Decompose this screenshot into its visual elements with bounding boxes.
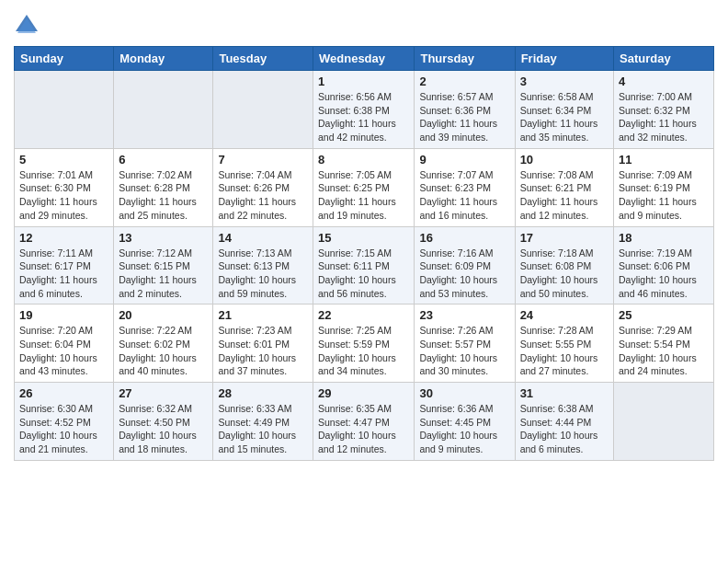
weekday-header-friday: Friday [515, 47, 613, 71]
calendar-day-cell: 19Sunrise: 7:20 AM Sunset: 6:04 PM Dayli… [15, 304, 114, 383]
logo [14, 13, 41, 39]
day-number: 27 [119, 386, 208, 400]
day-number: 7 [218, 153, 308, 167]
calendar-day-cell: 23Sunrise: 7:26 AM Sunset: 5:57 PM Dayli… [415, 304, 515, 383]
calendar-day-cell: 2Sunrise: 6:57 AM Sunset: 6:36 PM Daylig… [415, 71, 515, 149]
day-number: 11 [619, 153, 709, 167]
calendar-day-cell [614, 383, 714, 461]
day-info: Sunrise: 6:32 AM Sunset: 4:50 PM Dayligh… [119, 402, 208, 456]
page-header [14, 9, 714, 39]
calendar-day-cell [114, 71, 213, 149]
calendar-day-cell: 6Sunrise: 7:02 AM Sunset: 6:28 PM Daylig… [114, 148, 213, 226]
calendar-week-row: 5Sunrise: 7:01 AM Sunset: 6:30 PM Daylig… [15, 148, 714, 226]
day-number: 22 [318, 308, 409, 322]
day-info: Sunrise: 7:16 AM Sunset: 6:09 PM Dayligh… [419, 247, 509, 301]
day-info: Sunrise: 7:05 AM Sunset: 6:25 PM Dayligh… [318, 168, 409, 223]
day-info: Sunrise: 6:30 AM Sunset: 4:52 PM Dayligh… [19, 402, 108, 456]
day-info: Sunrise: 7:04 AM Sunset: 6:26 PM Dayligh… [218, 168, 308, 223]
day-info: Sunrise: 6:58 AM Sunset: 6:34 PM Dayligh… [520, 90, 609, 144]
calendar-week-row: 1Sunrise: 6:56 AM Sunset: 6:38 PM Daylig… [15, 71, 714, 149]
day-number: 24 [520, 308, 609, 322]
day-info: Sunrise: 6:38 AM Sunset: 4:44 PM Dayligh… [520, 402, 609, 456]
day-number: 23 [419, 308, 509, 322]
day-number: 20 [119, 308, 208, 322]
day-info: Sunrise: 7:23 AM Sunset: 6:01 PM Dayligh… [218, 324, 308, 378]
calendar-day-cell: 30Sunrise: 6:36 AM Sunset: 4:45 PM Dayli… [415, 383, 515, 461]
calendar-day-cell: 31Sunrise: 6:38 AM Sunset: 4:44 PM Dayli… [515, 383, 613, 461]
day-number: 19 [19, 308, 108, 322]
calendar-day-cell: 8Sunrise: 7:05 AM Sunset: 6:25 PM Daylig… [313, 148, 415, 226]
calendar-day-cell: 9Sunrise: 7:07 AM Sunset: 6:23 PM Daylig… [415, 148, 515, 226]
weekday-header-saturday: Saturday [614, 47, 714, 71]
calendar-day-cell: 22Sunrise: 7:25 AM Sunset: 5:59 PM Dayli… [313, 304, 415, 383]
calendar-day-cell: 7Sunrise: 7:04 AM Sunset: 6:26 PM Daylig… [213, 148, 313, 226]
calendar-day-cell: 10Sunrise: 7:08 AM Sunset: 6:21 PM Dayli… [515, 148, 613, 226]
calendar-header-row: SundayMondayTuesdayWednesdayThursdayFrid… [15, 47, 714, 71]
day-number: 6 [119, 153, 208, 167]
calendar-day-cell: 20Sunrise: 7:22 AM Sunset: 6:02 PM Dayli… [114, 304, 213, 383]
day-info: Sunrise: 6:56 AM Sunset: 6:38 PM Dayligh… [318, 90, 409, 144]
calendar-day-cell: 25Sunrise: 7:29 AM Sunset: 5:54 PM Dayli… [614, 304, 714, 383]
day-info: Sunrise: 7:18 AM Sunset: 6:08 PM Dayligh… [520, 247, 609, 301]
calendar-day-cell: 15Sunrise: 7:15 AM Sunset: 6:11 PM Dayli… [313, 226, 415, 304]
day-number: 18 [619, 231, 709, 245]
day-number: 26 [19, 386, 108, 400]
calendar-day-cell [213, 71, 313, 149]
day-number: 16 [419, 231, 509, 245]
calendar-day-cell: 24Sunrise: 7:28 AM Sunset: 5:55 PM Dayli… [515, 304, 613, 383]
day-number: 5 [19, 153, 108, 167]
day-number: 13 [119, 231, 208, 245]
calendar-week-row: 19Sunrise: 7:20 AM Sunset: 6:04 PM Dayli… [15, 304, 714, 383]
weekday-header-wednesday: Wednesday [313, 47, 415, 71]
weekday-header-thursday: Thursday [415, 47, 515, 71]
calendar-day-cell: 27Sunrise: 6:32 AM Sunset: 4:50 PM Dayli… [114, 383, 213, 461]
weekday-header-tuesday: Tuesday [213, 47, 313, 71]
calendar-day-cell: 11Sunrise: 7:09 AM Sunset: 6:19 PM Dayli… [614, 148, 714, 226]
day-info: Sunrise: 7:15 AM Sunset: 6:11 PM Dayligh… [318, 247, 409, 301]
calendar-day-cell: 28Sunrise: 6:33 AM Sunset: 4:49 PM Dayli… [213, 383, 313, 461]
day-info: Sunrise: 7:12 AM Sunset: 6:15 PM Dayligh… [119, 247, 208, 301]
day-info: Sunrise: 6:33 AM Sunset: 4:49 PM Dayligh… [218, 402, 308, 456]
day-number: 14 [218, 231, 308, 245]
day-info: Sunrise: 7:01 AM Sunset: 6:30 PM Dayligh… [19, 168, 108, 223]
day-info: Sunrise: 6:57 AM Sunset: 6:36 PM Dayligh… [419, 90, 509, 144]
day-info: Sunrise: 7:00 AM Sunset: 6:32 PM Dayligh… [619, 90, 709, 144]
calendar-day-cell: 14Sunrise: 7:13 AM Sunset: 6:13 PM Dayli… [213, 226, 313, 304]
day-number: 30 [419, 386, 509, 400]
calendar-day-cell: 26Sunrise: 6:30 AM Sunset: 4:52 PM Dayli… [15, 383, 114, 461]
day-info: Sunrise: 7:02 AM Sunset: 6:28 PM Dayligh… [119, 168, 208, 223]
day-info: Sunrise: 7:20 AM Sunset: 6:04 PM Dayligh… [19, 324, 108, 378]
calendar-day-cell: 21Sunrise: 7:23 AM Sunset: 6:01 PM Dayli… [213, 304, 313, 383]
day-number: 3 [520, 75, 609, 88]
day-number: 31 [520, 386, 609, 400]
day-info: Sunrise: 7:11 AM Sunset: 6:17 PM Dayligh… [19, 247, 108, 301]
day-number: 21 [218, 308, 308, 322]
day-number: 10 [520, 153, 609, 167]
day-number: 9 [419, 153, 509, 167]
day-number: 17 [520, 231, 609, 245]
day-info: Sunrise: 7:07 AM Sunset: 6:23 PM Dayligh… [419, 168, 509, 223]
calendar-week-row: 26Sunrise: 6:30 AM Sunset: 4:52 PM Dayli… [15, 383, 714, 461]
day-number: 12 [19, 231, 108, 245]
day-info: Sunrise: 7:09 AM Sunset: 6:19 PM Dayligh… [619, 168, 709, 223]
day-number: 28 [218, 386, 308, 400]
calendar-day-cell: 4Sunrise: 7:00 AM Sunset: 6:32 PM Daylig… [614, 71, 714, 149]
day-number: 15 [318, 231, 409, 245]
day-info: Sunrise: 7:19 AM Sunset: 6:06 PM Dayligh… [619, 247, 709, 301]
calendar-day-cell: 17Sunrise: 7:18 AM Sunset: 6:08 PM Dayli… [515, 226, 613, 304]
calendar-day-cell: 5Sunrise: 7:01 AM Sunset: 6:30 PM Daylig… [15, 148, 114, 226]
day-info: Sunrise: 7:08 AM Sunset: 6:21 PM Dayligh… [520, 168, 609, 223]
day-info: Sunrise: 7:29 AM Sunset: 5:54 PM Dayligh… [619, 324, 709, 378]
day-info: Sunrise: 6:36 AM Sunset: 4:45 PM Dayligh… [419, 402, 509, 456]
day-info: Sunrise: 7:22 AM Sunset: 6:02 PM Dayligh… [119, 324, 208, 378]
day-info: Sunrise: 7:13 AM Sunset: 6:13 PM Dayligh… [218, 247, 308, 301]
calendar-day-cell: 3Sunrise: 6:58 AM Sunset: 6:34 PM Daylig… [515, 71, 613, 149]
day-info: Sunrise: 7:28 AM Sunset: 5:55 PM Dayligh… [520, 324, 609, 378]
calendar-day-cell: 1Sunrise: 6:56 AM Sunset: 6:38 PM Daylig… [313, 71, 415, 149]
logo-icon [14, 13, 40, 39]
day-info: Sunrise: 6:35 AM Sunset: 4:47 PM Dayligh… [318, 402, 409, 456]
weekday-header-monday: Monday [114, 47, 213, 71]
day-number: 2 [419, 75, 509, 88]
day-number: 25 [619, 308, 709, 322]
calendar-day-cell: 16Sunrise: 7:16 AM Sunset: 6:09 PM Dayli… [415, 226, 515, 304]
